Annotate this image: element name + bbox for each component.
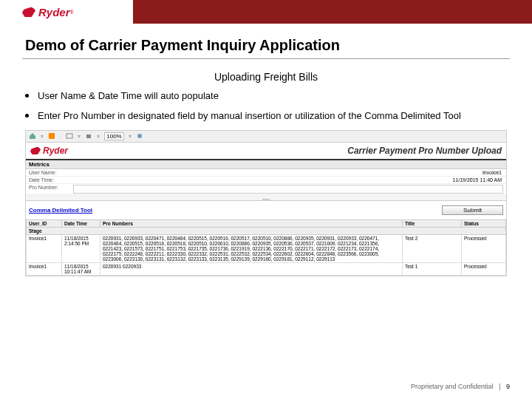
home-icon[interactable] bbox=[29, 132, 36, 140]
zoom-level[interactable]: 100% bbox=[104, 132, 123, 140]
table-subheader-row: Stage bbox=[27, 227, 506, 234]
submit-button[interactable]: Submit bbox=[442, 205, 503, 215]
cell-pronumbers: 0220931 0220933 bbox=[100, 262, 403, 275]
svg-rect-0 bbox=[49, 133, 55, 139]
cell-title: Test 2 bbox=[403, 234, 462, 262]
svg-rect-2 bbox=[86, 134, 91, 138]
footer-separator: | bbox=[499, 383, 500, 390]
bullet-item: Enter Pro Number in designated field by … bbox=[25, 110, 507, 123]
pronumber-label: Pro Number: bbox=[26, 184, 70, 194]
dog-icon bbox=[22, 7, 35, 17]
toolbar-separator: ▾ bbox=[41, 133, 44, 140]
logo-container: Ryder® bbox=[0, 0, 133, 24]
th-title: Title bbox=[403, 219, 462, 227]
slide-subtitle: Uploading Freight Bills bbox=[0, 71, 532, 83]
cell-datetime: 11/18/2015 2:14:56 PM bbox=[62, 234, 100, 262]
resize-grip-icon[interactable]: ▁▁ bbox=[26, 195, 506, 200]
metrics-row-datetime: Date Time: 11/19/2015 11:40 AM bbox=[26, 177, 506, 184]
toolbar-separator: ▾ bbox=[129, 133, 132, 140]
datetime-value: 11/19/2015 11:40 AM bbox=[70, 177, 506, 183]
svg-rect-1 bbox=[66, 134, 72, 138]
pronumber-input[interactable] bbox=[73, 185, 503, 194]
ryder-logo: Ryder® bbox=[22, 6, 74, 18]
results-table: User_ID Date Time Pro Numbers Stage Titl… bbox=[26, 219, 506, 276]
th-stage-sub: Stage bbox=[27, 227, 506, 234]
header-red-bar bbox=[133, 0, 532, 24]
metrics-section: Metrics User Name: Invoice1 Date Time: 1… bbox=[26, 160, 506, 201]
embedded-screenshot: ▾ · ▾ ▾ 100% ▾ Ryder Carrier Payment Pro… bbox=[25, 130, 507, 276]
cell-user: Invoice1 bbox=[27, 262, 62, 275]
th-status: Status bbox=[462, 219, 506, 227]
print-icon[interactable] bbox=[85, 132, 92, 140]
slide-footer: Proprietary and Confidential | 9 bbox=[411, 383, 510, 390]
toolbar-separator: · bbox=[60, 133, 61, 140]
bullet-text: User Name & Date Time will auto populate bbox=[38, 90, 219, 103]
bullet-dot-icon bbox=[25, 94, 29, 98]
table-row: Invoice1 11/18/2015 2:14:56 PM 0220931, … bbox=[27, 234, 506, 262]
th-datetime: Date Time bbox=[62, 219, 100, 227]
bullet-list: User Name & Date Time will auto populate… bbox=[25, 90, 507, 123]
dog-icon bbox=[30, 146, 41, 154]
app-title: Carrier Payment Pro Number Upload bbox=[347, 146, 502, 156]
metrics-header: Metrics bbox=[26, 160, 506, 169]
cell-user: Invoice1 bbox=[27, 234, 62, 262]
metrics-row-pronumber: Pro Number: bbox=[26, 184, 506, 195]
page-number: 9 bbox=[506, 383, 510, 390]
slide-title: Demo of Carrier Payment Inquiry Applicat… bbox=[0, 24, 532, 58]
username-label: User Name: bbox=[26, 169, 70, 176]
cell-datetime: 11/18/2015 10:11:47 AM bbox=[62, 262, 100, 275]
table-row: Invoice1 11/18/2015 10:11:47 AM 0220931 … bbox=[27, 262, 506, 275]
bullet-item: User Name & Date Time will auto populate bbox=[25, 90, 507, 103]
th-user-id: User_ID bbox=[27, 219, 62, 227]
feed-icon[interactable] bbox=[48, 132, 55, 140]
table-header-row: User_ID Date Time Pro Numbers Stage Titl… bbox=[27, 219, 506, 227]
mail-icon[interactable] bbox=[66, 132, 73, 140]
tools-icon[interactable] bbox=[136, 132, 143, 140]
cell-title: Test 1 bbox=[403, 262, 462, 275]
username-value: Invoice1 bbox=[70, 169, 506, 176]
slide-header: Ryder® bbox=[0, 0, 532, 24]
cell-status: Processed bbox=[462, 234, 506, 262]
th-pronumbers: Pro Numbers bbox=[100, 219, 403, 227]
title-divider bbox=[22, 58, 510, 59]
comma-delimited-tool-link[interactable]: Comma Delimited Tool bbox=[29, 207, 92, 214]
cell-status: Processed bbox=[462, 262, 506, 275]
cell-pronumbers: 0220931, 0220933, 0220471, 0220484, 0220… bbox=[100, 234, 403, 262]
logo-text: Ryder bbox=[38, 6, 70, 18]
browser-toolbar: ▾ · ▾ ▾ 100% ▾ bbox=[26, 131, 506, 143]
bullet-text: Enter Pro Number in designated field by … bbox=[38, 110, 461, 123]
app-logo-text: Ryder bbox=[43, 146, 68, 156]
bullet-dot-icon bbox=[25, 114, 29, 117]
app-header: Ryder Carrier Payment Pro Number Upload bbox=[26, 143, 506, 160]
toolbar-separator: ▾ bbox=[78, 133, 81, 140]
registered-mark: ® bbox=[70, 10, 74, 15]
toolbar-separator: ▾ bbox=[97, 133, 100, 140]
footer-text: Proprietary and Confidential bbox=[411, 383, 494, 390]
tool-row: Comma Delimited Tool Submit bbox=[26, 201, 506, 219]
metrics-row-username: User Name: Invoice1 bbox=[26, 169, 506, 177]
datetime-label: Date Time: bbox=[26, 177, 70, 183]
svg-point-3 bbox=[137, 134, 142, 138]
